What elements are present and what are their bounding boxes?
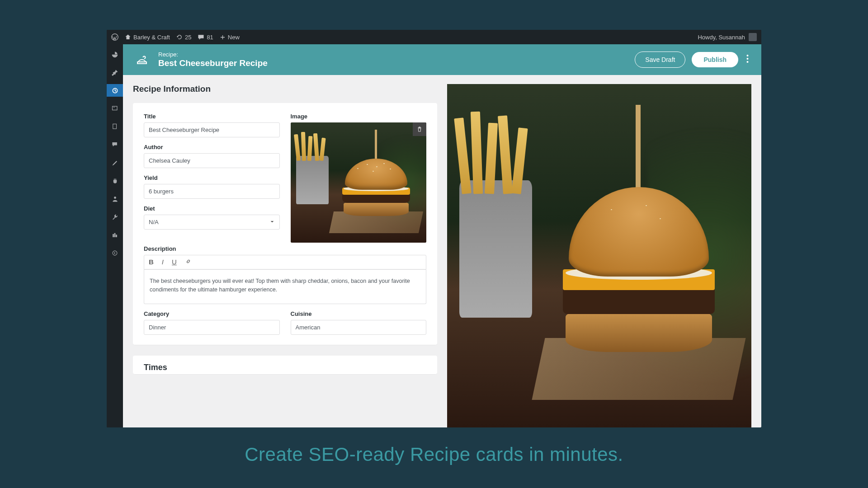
comments-count: 81 bbox=[207, 34, 213, 41]
preview-image bbox=[651, 148, 741, 200]
italic-button[interactable]: I bbox=[162, 258, 164, 266]
new-label: New bbox=[228, 34, 240, 41]
rail-pages[interactable] bbox=[108, 120, 121, 133]
link-icon bbox=[185, 258, 192, 265]
updates-link[interactable]: 25 bbox=[176, 34, 191, 41]
comment-icon bbox=[198, 34, 204, 41]
rail-plugins[interactable] bbox=[108, 174, 121, 187]
svg-point-11 bbox=[747, 58, 749, 60]
section-title-recipe-info: Recipe Information bbox=[133, 84, 437, 94]
rail-comments[interactable] bbox=[108, 138, 121, 151]
rail-pin[interactable] bbox=[108, 66, 121, 79]
recipe-info-card: Title Author Yield bbox=[133, 103, 437, 345]
recipe-image[interactable] bbox=[291, 122, 427, 243]
comments-link[interactable]: 81 bbox=[198, 34, 213, 41]
left-column: Recipe Information Title Author bbox=[133, 84, 437, 427]
header-eyebrow: Recipe: bbox=[158, 51, 268, 58]
wp-admin-bar: Barley & Craft 25 81 New Howdy, Susannah bbox=[107, 30, 761, 44]
page-header: Recipe: Best Cheeseburger Recipe Save Dr… bbox=[123, 44, 761, 75]
underline-button[interactable]: U bbox=[172, 258, 177, 266]
category-input[interactable] bbox=[144, 320, 280, 335]
bold-button[interactable]: B bbox=[149, 258, 154, 266]
svg-point-10 bbox=[747, 55, 749, 56]
home-icon bbox=[125, 34, 131, 40]
title-input[interactable] bbox=[144, 122, 280, 137]
section-title-times: Times bbox=[144, 363, 426, 372]
svg-rect-2 bbox=[112, 106, 117, 110]
page-title: Best Cheeseburger Recipe bbox=[158, 58, 268, 68]
rail-appearance[interactable] bbox=[108, 156, 121, 169]
yield-label: Yield bbox=[144, 174, 280, 181]
avatar bbox=[749, 33, 757, 41]
category-label: Category bbox=[144, 310, 280, 317]
new-link[interactable]: New bbox=[220, 34, 240, 41]
times-card: Times bbox=[133, 356, 437, 374]
account-menu[interactable]: Howdy, Susannah bbox=[698, 33, 757, 41]
svg-point-3 bbox=[113, 107, 114, 108]
preview-card: 6 burgers Best Cheeseburger Recipe sharp… bbox=[447, 115, 751, 340]
author-input[interactable] bbox=[144, 153, 280, 168]
svg-rect-6 bbox=[113, 234, 114, 237]
save-draft-button[interactable]: Save Draft bbox=[635, 52, 685, 68]
publish-button[interactable]: Publish bbox=[692, 52, 738, 67]
svg-rect-8 bbox=[116, 235, 117, 237]
svg-rect-7 bbox=[114, 233, 116, 237]
trash-icon bbox=[416, 126, 423, 132]
rail-media[interactable] bbox=[108, 102, 121, 115]
delete-image-button[interactable] bbox=[413, 122, 426, 136]
rail-recipe[interactable] bbox=[107, 84, 123, 97]
link-button[interactable] bbox=[185, 258, 192, 266]
title-label: Title bbox=[144, 113, 280, 120]
admin-sidebar bbox=[107, 44, 123, 427]
image-label: Image bbox=[291, 113, 427, 120]
cuisine-label: Cuisine bbox=[291, 310, 427, 317]
svg-point-12 bbox=[747, 61, 749, 63]
rail-settings[interactable] bbox=[108, 229, 121, 241]
site-name: Barley & Craft bbox=[133, 34, 170, 41]
more-menu-icon[interactable] bbox=[745, 54, 750, 65]
app-window: Barley & Craft 25 81 New Howdy, Susannah bbox=[107, 30, 761, 427]
description-label: Description bbox=[144, 245, 426, 252]
rail-dashboard[interactable] bbox=[108, 48, 121, 61]
rail-tools[interactable] bbox=[108, 211, 121, 223]
diet-select[interactable]: N/A bbox=[144, 215, 280, 230]
diet-label: Diet bbox=[144, 205, 280, 212]
plus-icon bbox=[220, 34, 226, 40]
cuisine-input[interactable] bbox=[291, 320, 427, 335]
site-link[interactable]: Barley & Craft bbox=[125, 34, 170, 41]
rail-collapse[interactable] bbox=[108, 247, 121, 259]
refresh-icon bbox=[176, 34, 183, 40]
svg-rect-4 bbox=[113, 124, 117, 129]
burger-illustration bbox=[291, 122, 427, 243]
updates-count: 25 bbox=[185, 34, 191, 41]
content-area: Recipe Information Title Author bbox=[123, 75, 761, 427]
svg-point-5 bbox=[114, 197, 116, 199]
recipe-icon bbox=[134, 52, 150, 68]
howdy-text: Howdy, Susannah bbox=[698, 34, 745, 41]
description-editor: B I U bbox=[144, 255, 426, 270]
tagline: Create SEO-ready Recipe cards in minutes… bbox=[0, 444, 868, 465]
rail-users[interactable] bbox=[108, 192, 121, 205]
author-label: Author bbox=[144, 144, 280, 150]
description-textarea[interactable]: The best cheeseburgers you will ever eat… bbox=[144, 270, 426, 304]
right-column: Preview Word Count 153 6 burgers Best Ch… bbox=[447, 84, 751, 427]
wp-logo-icon[interactable] bbox=[111, 33, 118, 41]
yield-input[interactable] bbox=[144, 184, 280, 199]
